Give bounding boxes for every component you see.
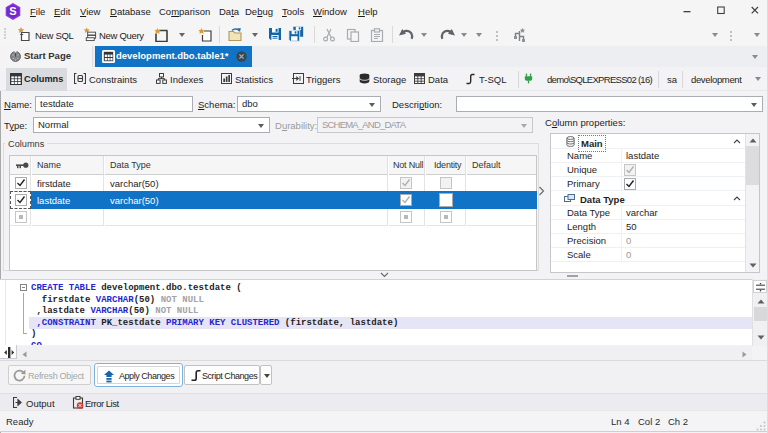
svg-text:S: S <box>9 5 16 17</box>
